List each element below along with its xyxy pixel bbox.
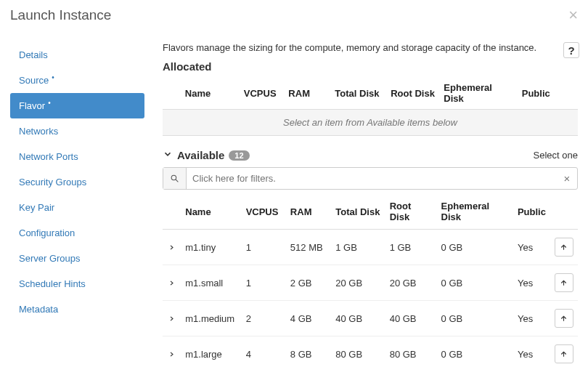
cell-vcpus: 1 [242,265,286,301]
cell-ram: 2 GB [286,265,331,301]
filter-input[interactable] [187,168,557,189]
content-description: Flavors manage the sizing for the comput… [163,42,578,53]
cell-vcpus: 2 [242,301,286,336]
allocate-button[interactable] [555,309,573,328]
allocated-empty-text: Select an item from Available items belo… [163,110,578,136]
col-root[interactable]: Root Disk [385,194,437,230]
help-icon[interactable]: ? [563,42,579,58]
cell-public: Yes [513,336,550,368]
allocated-table: Name VCPUS RAM Total Disk Root Disk Ephe… [163,77,578,136]
sidebar-item-label: Metadata [19,304,58,315]
sidebar-item-metadata[interactable]: Metadata [10,297,144,322]
cell-vcpus: 4 [242,336,286,368]
modal-header: Launch Instance × [10,6,578,28]
col-ram[interactable]: RAM [286,194,331,230]
col-ram: RAM [284,77,330,110]
cell-total: 20 GB [331,265,385,301]
cell-ram: 4 GB [286,301,331,336]
allocated-empty-row: Select an item from Available items belo… [163,110,578,136]
launch-instance-modal: Launch Instance × DetailsSource•Flavor•N… [0,0,588,367]
cell-eph: 0 GB [437,230,513,265]
sidebar-item-label: Source [19,75,49,86]
cell-name: m1.large [181,336,241,368]
cell-name: m1.small [181,265,241,301]
sidebar-item-label: Configuration [19,227,75,238]
sidebar-item-networks[interactable]: Networks [10,118,144,144]
cell-ram: 8 GB [286,336,331,368]
required-dot-icon: • [52,73,54,81]
filter-bar: × [163,167,578,190]
sidebar-item-source[interactable]: Source• [10,68,144,93]
cell-total: 80 GB [331,336,385,368]
content: ? Flavors manage the sizing for the comp… [144,42,578,367]
allocate-button[interactable] [555,273,573,292]
col-vcpus: VCPUS [240,77,285,110]
sidebar-item-label: Network Ports [19,151,78,162]
chevron-right-icon[interactable] [168,313,175,324]
cell-eph: 0 GB [437,265,513,301]
col-public[interactable]: Public [513,194,550,230]
available-heading: Available [177,149,224,161]
required-dot-icon: • [48,99,51,107]
cell-root: 20 GB [385,265,437,301]
available-header: Available 12 Select one [163,149,578,161]
sidebar-item-key-pair[interactable]: Key Pair [10,195,144,220]
table-row: m1.small12 GB20 GB20 GB0 GBYes [163,265,578,301]
cell-vcpus: 1 [242,230,286,265]
sidebar-item-label: Scheduler Hints [19,278,86,289]
sidebar-item-scheduler-hints[interactable]: Scheduler Hints [10,271,144,297]
col-eph: Ephemeral Disk [439,77,517,110]
allocate-button[interactable] [555,344,573,363]
cell-root: 1 GB [385,230,437,265]
cell-total: 40 GB [331,301,385,336]
col-vcpus[interactable]: VCPUS [242,194,286,230]
search-icon[interactable] [163,168,187,189]
svg-point-0 [171,175,176,180]
chevron-down-icon[interactable] [163,149,173,161]
sidebar-item-security-groups[interactable]: Security Groups [10,169,144,195]
col-eph[interactable]: Ephemeral Disk [437,194,513,230]
cell-eph: 0 GB [437,301,513,336]
table-row: m1.medium24 GB40 GB40 GB0 GBYes [163,301,578,336]
cell-ram: 512 MB [286,230,331,265]
chevron-right-icon[interactable] [168,278,175,289]
cell-name: m1.medium [181,301,241,336]
allocate-button[interactable] [555,238,573,257]
sidebar-item-details[interactable]: Details [10,42,144,68]
col-public: Public [518,77,555,110]
col-total[interactable]: Total Disk [331,194,385,230]
sidebar-item-label: Server Groups [19,253,81,264]
modal-title: Launch Instance [10,7,111,23]
col-name: Name [181,77,240,110]
close-icon[interactable]: × [568,6,578,25]
sidebar-item-label: Details [19,49,48,60]
select-one-label: Select one [534,150,578,161]
cell-root: 80 GB [385,336,437,368]
sidebar-item-flavor[interactable]: Flavor• [10,93,144,118]
svg-line-1 [176,180,178,182]
cell-name: m1.tiny [181,230,241,265]
sidebar-item-server-groups[interactable]: Server Groups [10,246,144,271]
chevron-right-icon[interactable] [168,349,175,360]
sidebar-item-label: Key Pair [19,202,54,213]
sidebar-item-label: Networks [19,126,58,137]
sidebar-item-configuration[interactable]: Configuration [10,220,144,246]
col-total: Total Disk [330,77,386,110]
table-row: m1.tiny1512 MB1 GB1 GB0 GBYes [163,230,578,265]
cell-public: Yes [513,265,550,301]
sidebar: DetailsSource•Flavor•NetworksNetwork Por… [10,42,144,367]
clear-filter-icon[interactable]: × [557,168,577,189]
table-row: m1.large48 GB80 GB80 GB0 GBYes [163,336,578,368]
cell-eph: 0 GB [437,336,513,368]
sidebar-item-network-ports[interactable]: Network Ports [10,144,144,169]
cell-public: Yes [513,230,550,265]
cell-root: 40 GB [385,301,437,336]
chevron-right-icon[interactable] [168,242,175,253]
available-table: Name VCPUS RAM Total Disk Root Disk Ephe… [163,194,578,367]
sidebar-item-label: Security Groups [19,177,86,187]
available-count-badge: 12 [229,150,249,161]
col-name[interactable]: Name [181,194,241,230]
col-root: Root Disk [386,77,439,110]
cell-total: 1 GB [331,230,385,265]
sidebar-item-label: Flavor [19,100,45,111]
